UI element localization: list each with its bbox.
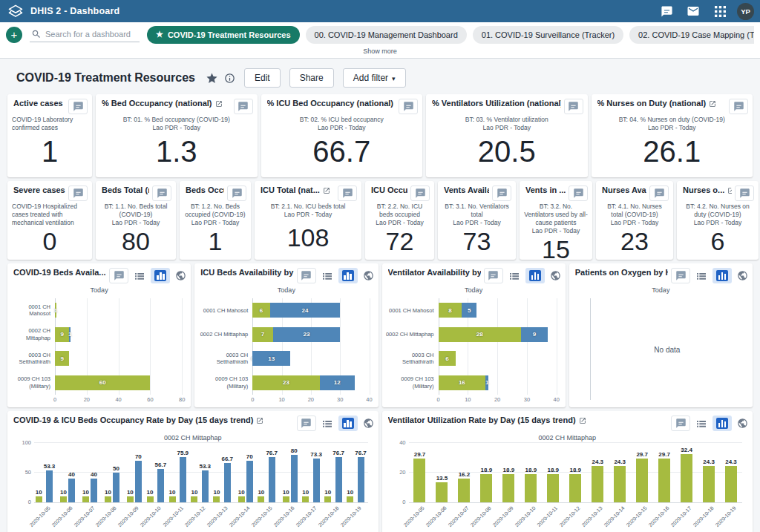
map-view-icon[interactable] [550,270,561,281]
chart-view-icon[interactable] [712,268,732,283]
comment-icon[interactable] [234,99,253,114]
open-in-app-icon[interactable] [709,100,716,108]
category-label: 2020-10-10 [520,503,542,532]
axis-ticks: 010203040 [252,395,369,404]
messages-icon[interactable] [684,1,703,21]
axis-tick-label: 30 [337,396,343,403]
map-view-icon[interactable] [363,418,374,429]
comment-icon[interactable] [649,185,669,201]
bar-group: 18.9 [542,443,564,502]
table-view-icon[interactable] [321,418,333,430]
comment-icon[interactable] [484,268,503,283]
hbar-chart: 0001 CH Mahosot0002 CH Mittaphap0003 CH … [7,294,191,407]
table-view-icon[interactable] [134,270,145,282]
dashboard-chip-1[interactable]: 00. COVID-19 Management Dashboard [306,26,467,44]
plot-area: No data [590,298,744,400]
table-view-icon[interactable] [321,270,333,282]
chart-view-icon[interactable] [151,268,170,283]
card-title: Nurses Avail... [602,185,646,196]
card-title: Active cases [13,99,65,109]
comment-icon[interactable] [564,99,583,114]
interpretations-icon[interactable] [657,1,676,21]
comment-icon[interactable] [109,268,128,283]
comment-icon[interactable] [297,268,316,283]
apps-menu-icon[interactable] [710,1,730,21]
map-view-icon[interactable] [363,270,374,281]
category-label: 0002 CH Mittaphap [9,323,55,347]
open-in-app-icon[interactable] [256,417,263,424]
category-label: 0009 CH 103 (Military) [196,371,252,395]
new-dashboard-button[interactable]: + [6,27,22,43]
data-label: 10 [82,489,89,496]
dashboard-chip-0[interactable]: ★COVID-19 Treatment Resources [147,26,300,44]
hbar-row: 9 [55,347,182,371]
share-button[interactable]: Share [289,68,334,88]
bar-unit: 76.7 [332,443,344,502]
comment-icon[interactable] [227,185,246,201]
bar-unit: 10 [283,443,289,502]
comment-icon[interactable] [68,99,88,114]
axis-tick-label: 0 [388,499,406,505]
chart-title-text: COVID-19 & ICU Beds Occupancy Rate by Da… [13,416,253,426]
hbar-rows: 852896161 [439,298,557,395]
table-view-icon[interactable] [695,270,707,282]
edit-button[interactable]: Edit [244,68,281,88]
bar-group: 24.3 [586,443,609,502]
add-filter-button[interactable]: Add filter▾ [343,68,406,88]
bar-green [480,474,492,502]
card-subtitle: BT: 02. % ICU bed occupancyLao PDR - Tod… [261,115,423,132]
category-label: 2020-10-07 [453,503,475,532]
bar-unit: 10 [302,443,309,502]
map-view-icon[interactable] [737,270,748,281]
map-view-icon[interactable] [737,418,748,429]
bar-group: 29.7 [653,443,675,502]
info-icon[interactable] [224,73,235,84]
bar-green [147,496,154,502]
plot-area: 0501001053.310401040105010701056.71075.9… [34,443,368,503]
comment-icon[interactable] [735,185,754,201]
bar-unit: 18.9 [480,443,492,502]
bar-segment-blue: 23 [273,327,340,342]
stacked-bar: 1 [55,303,182,318]
star-icon[interactable] [206,72,218,85]
comment-icon[interactable] [569,185,588,201]
comment-icon[interactable] [671,416,690,431]
axis-tick-label: 60 [147,396,153,403]
bar-unit: 13.5 [436,443,448,502]
map-view-icon[interactable] [175,270,186,281]
chart-view-icon[interactable] [712,416,732,431]
comment-icon[interactable] [297,416,316,431]
dashboard-chip-3[interactable]: 02. COVID-19 Case Mapping (Tracker) [629,26,754,44]
show-more-link[interactable]: Show more [0,47,760,58]
card-value: 26.1 [592,132,753,177]
comment-icon[interactable] [492,185,511,201]
comment-icon[interactable] [410,185,430,201]
comment-icon[interactable] [68,185,88,201]
data-label: 24.3 [592,459,603,465]
page-title: COVID-19 Treatment Resources [16,71,195,85]
table-view-icon[interactable] [695,418,707,430]
open-in-app-icon[interactable] [727,187,732,194]
bar-group: 1076.7 [257,443,279,502]
comment-icon[interactable] [671,268,690,283]
comment-icon[interactable] [729,99,748,114]
search-input[interactable] [45,30,134,39]
bar-green [347,496,353,502]
user-avatar[interactable]: YP [737,3,754,20]
chart-view-icon[interactable] [338,268,358,283]
comment-icon[interactable] [152,185,171,201]
dashboard-chip-2[interactable]: 01. COVID-19 Surveillance (Tracker) [473,26,623,44]
chart-view-icon[interactable] [338,416,358,431]
chart-view-icon[interactable] [525,268,545,283]
open-in-app-icon[interactable] [215,100,223,108]
bar-unit: 76.7 [355,443,367,502]
bar-group: 29.7 [631,443,653,502]
comment-icon[interactable] [338,185,357,201]
open-in-app-icon[interactable] [579,417,586,424]
table-view-icon[interactable] [508,270,520,282]
category-label: 2020-10-18 [324,503,346,532]
single-value-card: Beds Total (n...BT: 1.1. No. Beds total … [96,181,176,260]
bar-unit: 10 [191,443,197,502]
open-in-app-icon[interactable] [323,187,330,194]
comment-icon[interactable] [399,99,418,114]
